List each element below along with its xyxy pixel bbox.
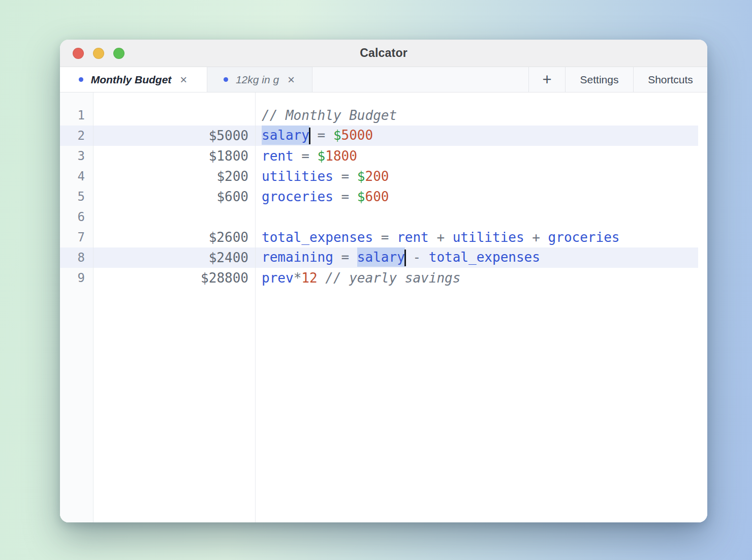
token-variable: rent [262, 148, 294, 164]
zoom-button[interactable] [113, 48, 124, 59]
token-variable: total_expenses [262, 230, 373, 245]
line-number: 1 [60, 108, 93, 122]
editor-rows: 1 // Monthly Budget 2 $5000 salary = $50… [60, 92, 707, 288]
line-expression[interactable]: prev*12 // yearly savings [255, 270, 698, 286]
editor-line: 3 $1800 rent = $1800 [60, 146, 698, 166]
token-variable: prev [262, 270, 294, 286]
token-operator: + [429, 230, 453, 245]
token-operator: = [373, 230, 397, 245]
tab-bar: Monthly Budget × 12kg in g × + Settings … [60, 67, 707, 92]
line-expression[interactable]: salary = $5000 [255, 128, 698, 144]
line-result: $1800 [93, 148, 255, 164]
editor-line: 1 // Monthly Budget [60, 105, 698, 126]
line-expression[interactable]: remaining = salary - total_expenses [255, 250, 698, 266]
window-title: Calcator [60, 46, 707, 60]
new-tab-button[interactable]: + [528, 67, 565, 92]
title-bar[interactable]: Calcator [60, 40, 707, 67]
token-variable: groceries [548, 230, 620, 245]
token-variable: utilities [262, 169, 333, 184]
line-number: 4 [60, 169, 93, 183]
token-currency: $ [357, 189, 365, 204]
editor-line: 2 $5000 salary = $5000 [60, 126, 698, 146]
token-number: 5000 [341, 128, 373, 143]
token-operator: * [294, 270, 302, 286]
tab-bar-spacer [312, 67, 528, 92]
token-operator: = [333, 169, 357, 184]
line-result: $600 [93, 189, 255, 204]
line-number: 8 [60, 251, 93, 265]
line-result: $5000 [93, 128, 255, 143]
close-tab-icon[interactable]: × [179, 74, 188, 86]
token-operator: + [524, 230, 548, 245]
token-currency: $ [333, 128, 341, 143]
unsaved-dot-icon [224, 77, 228, 82]
line-expression[interactable]: rent = $1800 [255, 148, 698, 164]
editor-line: 7 $2600 total_expenses = rent + utilitie… [60, 227, 698, 247]
shortcuts-button[interactable]: Shortcuts [633, 67, 707, 92]
editor-line: 6 [60, 207, 698, 227]
tab-label: 12kg in g [236, 74, 279, 86]
token-number: 200 [365, 169, 389, 184]
line-expression[interactable]: total_expenses = rent + utilities + groc… [255, 230, 698, 245]
token-operator: = [294, 148, 318, 164]
close-button[interactable] [73, 48, 84, 59]
line-number: 6 [60, 210, 93, 224]
line-result: $2400 [93, 250, 255, 265]
line-number: 2 [60, 129, 93, 143]
line-expression[interactable]: groceries = $600 [255, 189, 698, 204]
traffic-lights [60, 48, 124, 59]
unsaved-dot-icon [79, 77, 83, 82]
line-number: 5 [60, 190, 93, 204]
line-expression[interactable]: // Monthly Budget [255, 108, 698, 123]
editor-line: 5 $600 groceries = $600 [60, 186, 698, 207]
app-window: Calcator Monthly Budget × 12kg in g × + … [60, 40, 707, 522]
token-variable: remaining [262, 250, 333, 265]
line-result: $2600 [93, 230, 255, 245]
token-variable: utilities [453, 230, 524, 245]
token-operator: = [333, 189, 357, 204]
token-currency: $ [357, 169, 365, 184]
line-expression[interactable]: utilities = $200 [255, 169, 698, 184]
close-tab-icon[interactable]: × [287, 74, 296, 86]
editor-line: 9 $28800 prev*12 // yearly savings [60, 268, 698, 288]
token-number: 12 [301, 270, 317, 286]
line-result: $28800 [93, 270, 255, 286]
tab-monthly-budget[interactable]: Monthly Budget × [60, 67, 207, 92]
token-variable: groceries [262, 189, 333, 204]
line-result: $200 [93, 169, 255, 184]
editor-area[interactable]: 1 // Monthly Budget 2 $5000 salary = $50… [60, 92, 707, 522]
tab-12kg-in-g[interactable]: 12kg in g × [207, 67, 312, 92]
minimize-button[interactable] [93, 48, 104, 59]
token-currency: $ [318, 148, 326, 164]
editor-line: 4 $200 utilities = $200 [60, 166, 698, 186]
token-comment: // Monthly Budget [262, 108, 397, 123]
editor-line: 8 $2400 remaining = salary - total_expen… [60, 247, 698, 268]
token-comment: // yearly savings [318, 270, 461, 286]
token-variable: rent [397, 230, 429, 245]
token-number: 600 [365, 189, 389, 204]
token-operator: - [405, 250, 429, 265]
token-operator: = [333, 250, 357, 265]
settings-button[interactable]: Settings [565, 67, 633, 92]
token-variable-selected: salary [357, 247, 405, 267]
token-operator: = [309, 128, 333, 143]
tab-label: Monthly Budget [91, 74, 172, 86]
line-number: 9 [60, 271, 93, 285]
token-number: 1800 [325, 148, 357, 164]
token-variable: total_expenses [429, 250, 540, 265]
line-number: 3 [60, 149, 93, 163]
line-number: 7 [60, 230, 93, 244]
token-variable-selected: salary [262, 126, 309, 145]
